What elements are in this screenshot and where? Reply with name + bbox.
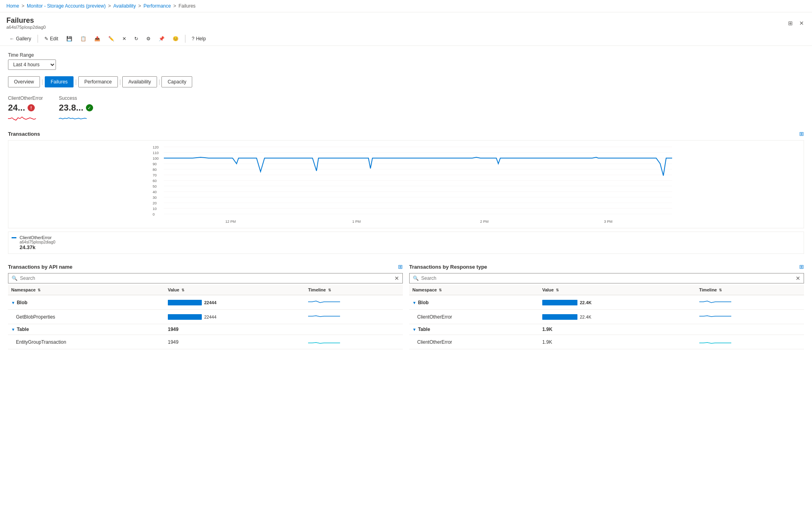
resp-blob-timeline-mini (699, 298, 731, 306)
annotate-button[interactable]: ✏️ (105, 34, 117, 43)
toolbar: ← Gallery ✎ Edit 💾 📋 📤 ✏️ ✕ ↻ ⚙ 📌 (0, 32, 812, 46)
response-type-section: Transactions by Response type ⊞ 🔍 ✕ Name… (409, 263, 804, 349)
annotate-icon: ✏️ (108, 36, 114, 42)
api-row-table-value: 1949 (165, 324, 305, 335)
alert-icon: ! (28, 104, 35, 111)
api-row-entity-namespace: EntityGroupTransaction (8, 335, 165, 349)
resp-row-table-timeline (696, 324, 804, 335)
breadcrumb: Home > Monitor - Storage Accounts (previ… (0, 0, 812, 12)
emoji-icon: 😊 (173, 36, 179, 42)
resp-client-blob-timeline-mini (699, 312, 731, 320)
svg-text:120: 120 (153, 145, 159, 149)
gallery-button[interactable]: ← Gallery (6, 34, 34, 43)
expand-resp-blob-icon[interactable]: ▼ (412, 301, 416, 305)
api-row-getblob-namespace: GetBlobProperties (8, 310, 165, 324)
api-col-timeline[interactable]: Timeline ⇅ (305, 285, 403, 295)
breadcrumb-monitor[interactable]: Monitor - Storage Accounts (preview) (27, 3, 105, 9)
discard-button[interactable]: ✕ (119, 34, 129, 43)
svg-text:30: 30 (153, 196, 157, 200)
table-row: GetBlobProperties 22444 (8, 310, 403, 324)
metric-client-other-error-label: ClientOtherError (8, 95, 43, 101)
transactions-chart-section: Transactions ⊞ 120 110 100 90 80 70 60 5… (8, 131, 804, 254)
resp-row-table-value: 1.9K (539, 324, 696, 335)
success-sparkline (59, 115, 87, 123)
pin-button[interactable]: ⊞ (786, 18, 794, 28)
resp-client-blob-value-bar (542, 314, 577, 320)
toolbar-separator-1 (38, 35, 38, 43)
api-col-value[interactable]: Value ⇅ (165, 285, 305, 295)
close-button[interactable]: ✕ (798, 18, 806, 28)
tab-availability[interactable]: Availability (122, 76, 157, 87)
expand-table-icon[interactable]: ▼ (11, 327, 15, 332)
save-button[interactable]: 💾 (63, 34, 76, 43)
tab-bar: Overview | Failures | Performance | Avai… (8, 76, 804, 87)
resp-timeline-sort-icon: ⇅ (719, 288, 722, 292)
resp-namespace-sort-icon: ⇅ (439, 288, 442, 292)
svg-text:100: 100 (153, 156, 159, 160)
edit-button[interactable]: ✎ Edit (41, 34, 62, 43)
api-name-pin-button[interactable]: ⊞ (398, 263, 403, 270)
svg-text:20: 20 (153, 201, 157, 205)
refresh-button[interactable]: ↻ (131, 34, 141, 43)
table-row: ClientOtherError 1.9K (409, 335, 804, 349)
api-row-getblob-value: 22444 (165, 310, 305, 324)
resp-row-client-table-timeline (696, 335, 804, 349)
breadcrumb-availability[interactable]: Availability (113, 3, 135, 9)
resp-row-table-namespace: ▼Table (409, 324, 539, 335)
chart-pin-button[interactable]: ⊞ (799, 131, 804, 137)
tab-overview[interactable]: Overview (8, 76, 40, 87)
resp-row-client-table-value: 1.9K (539, 335, 696, 349)
export-button[interactable]: 📤 (91, 34, 103, 43)
api-search-icon: 🔍 (12, 275, 18, 281)
api-search-clear-button[interactable]: ✕ (394, 275, 399, 281)
api-name-header: Transactions by API name ⊞ (8, 263, 403, 270)
table-row: ▼Blob 22.4K (409, 295, 804, 310)
resp-col-value[interactable]: Value ⇅ (539, 285, 696, 295)
timeline-sort-icon: ⇅ (328, 288, 331, 292)
chart-title: Transactions (8, 131, 40, 137)
pin-toolbar-button[interactable]: 📌 (155, 34, 168, 43)
api-row-entity-value: 1949 (165, 335, 305, 349)
breadcrumb-performance[interactable]: Performance (143, 3, 171, 9)
resp-col-timeline[interactable]: Timeline ⇅ (696, 285, 804, 295)
expand-resp-table-icon[interactable]: ▼ (412, 327, 416, 332)
time-range-section: Time Range Last 1 hour Last 4 hours Last… (8, 52, 804, 70)
content-area: Time Range Last 1 hour Last 4 hours Last… (0, 46, 812, 509)
page-title-area: Failures a64sl75pIosp2diag0 (6, 16, 46, 30)
breadcrumb-home[interactable]: Home (6, 3, 19, 9)
svg-text:80: 80 (153, 168, 157, 172)
copy-button[interactable]: 📋 (77, 34, 90, 43)
metric-success-label: Success (59, 95, 93, 101)
emoji-button[interactable]: 😊 (169, 34, 182, 43)
expand-blob-icon[interactable]: ▼ (11, 301, 15, 305)
metric-success: Success 23.8... ✓ (59, 95, 93, 123)
svg-text:60: 60 (153, 179, 157, 183)
svg-text:12 PM: 12 PM (225, 220, 236, 224)
header-actions: ⊞ ✕ (786, 18, 806, 28)
response-search-clear-button[interactable]: ✕ (796, 275, 800, 281)
svg-text:2 PM: 2 PM (480, 220, 488, 224)
pin-toolbar-icon: 📌 (159, 36, 165, 42)
svg-text:1 PM: 1 PM (352, 220, 360, 224)
resp-col-namespace[interactable]: Namespace ⇅ (409, 285, 539, 295)
table-row: EntityGroupTransaction 1949 (8, 335, 403, 349)
tab-performance[interactable]: Performance (78, 76, 118, 87)
tab-capacity[interactable]: Capacity (161, 76, 192, 87)
help-button[interactable]: ? Help (189, 34, 209, 43)
api-row-blob-timeline (305, 295, 403, 310)
resp-blob-value-bar (542, 300, 577, 305)
toolbar-separator-2 (185, 35, 185, 43)
table-row: ClientOtherError 22.4K (409, 310, 804, 324)
api-table-header-row: Namespace ⇅ Value ⇅ Timeline ⇅ (8, 285, 403, 295)
api-col-namespace[interactable]: Namespace ⇅ (8, 285, 165, 295)
response-type-table: Namespace ⇅ Value ⇅ Timeline ⇅ ▼Blob (409, 285, 804, 349)
api-name-search-input[interactable] (20, 275, 392, 281)
tab-failures[interactable]: Failures (45, 76, 74, 87)
settings-button[interactable]: ⚙ (143, 34, 154, 43)
refresh-icon: ↻ (134, 36, 138, 42)
response-type-search-input[interactable] (421, 275, 793, 281)
page-title: Failures (6, 16, 46, 25)
time-range-select[interactable]: Last 1 hour Last 4 hours Last 4 hours La… (8, 59, 56, 70)
response-type-pin-button[interactable]: ⊞ (799, 263, 804, 270)
metric-success-value: 23.8... (59, 103, 83, 113)
